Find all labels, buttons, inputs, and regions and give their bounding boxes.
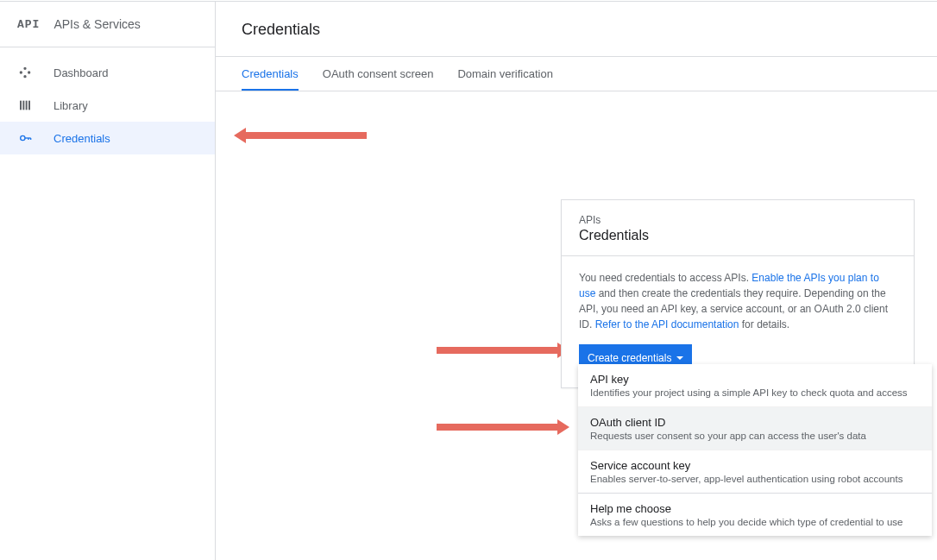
nav-label: Dashboard bbox=[53, 66, 109, 79]
svg-rect-4 bbox=[20, 101, 22, 110]
api-logo: API bbox=[17, 18, 40, 31]
svg-rect-7 bbox=[28, 101, 30, 110]
dropdown-item-service-account-key[interactable]: Service account key Enables server-to-se… bbox=[578, 450, 932, 493]
sidebar-item-dashboard[interactable]: Dashboard bbox=[0, 56, 215, 89]
annotation-arrow-1 bbox=[246, 132, 367, 139]
card-text-prefix: You need credentials to access APIs. bbox=[579, 272, 751, 284]
dropdown-item-desc: Identifies your project using a simple A… bbox=[590, 387, 920, 398]
sidebar-item-credentials[interactable]: Credentials bbox=[0, 122, 215, 154]
dropdown-item-title: API key bbox=[590, 373, 920, 386]
dropdown-item-desc: Requests user consent so your app can ac… bbox=[590, 431, 920, 441]
dropdown-item-oauth-client-id[interactable]: OAuth client ID Requests user consent so… bbox=[578, 406, 932, 450]
annotation-arrow-2 bbox=[437, 347, 557, 354]
svg-point-0 bbox=[20, 72, 22, 73]
create-credentials-dropdown: API key Identifies your project using a … bbox=[578, 364, 932, 536]
tab-domain-verification[interactable]: Domain verification bbox=[457, 57, 553, 91]
library-icon bbox=[17, 98, 33, 113]
content-area: APIs Credentials You need credentials to… bbox=[216, 91, 937, 560]
page-header: Credentials bbox=[216, 2, 937, 57]
tab-oauth-consent[interactable]: OAuth consent screen bbox=[323, 57, 434, 91]
page-title: Credentials bbox=[242, 21, 911, 39]
dropdown-item-title: Help me choose bbox=[590, 502, 920, 515]
card-title: Credentials bbox=[579, 228, 896, 243]
key-icon bbox=[17, 130, 33, 146]
dashboard-icon bbox=[17, 65, 33, 80]
card-text-suffix: for details. bbox=[739, 318, 789, 330]
sidebar-title: APIs & Services bbox=[53, 17, 140, 31]
svg-point-1 bbox=[24, 67, 26, 69]
sidebar-header: API APIs & Services bbox=[0, 2, 215, 47]
credentials-card: APIs Credentials You need credentials to… bbox=[561, 199, 915, 388]
main: Credentials Credentials OAuth consent sc… bbox=[216, 2, 937, 560]
dropdown-item-help-me-choose[interactable]: Help me choose Asks a few questions to h… bbox=[578, 493, 932, 536]
card-header: APIs Credentials bbox=[562, 200, 914, 256]
sidebar: API APIs & Services Dashboard Library bbox=[0, 2, 216, 560]
tabs: Credentials OAuth consent screen Domain … bbox=[216, 57, 937, 91]
annotation-arrow-3 bbox=[437, 424, 557, 431]
svg-point-2 bbox=[28, 72, 30, 73]
nav-label: Credentials bbox=[53, 132, 110, 145]
dropdown-item-title: Service account key bbox=[590, 459, 920, 472]
tab-credentials[interactable]: Credentials bbox=[242, 57, 299, 91]
svg-point-8 bbox=[21, 135, 25, 140]
caret-down-icon bbox=[676, 356, 683, 360]
dropdown-item-title: OAuth client ID bbox=[590, 416, 920, 429]
dropdown-item-desc: Enables server-to-server, app-level auth… bbox=[590, 474, 920, 484]
sidebar-nav: Dashboard Library Credentials bbox=[0, 47, 215, 163]
card-kicker: APIs bbox=[579, 214, 896, 226]
svg-point-3 bbox=[24, 76, 26, 78]
dropdown-item-api-key[interactable]: API key Identifies your project using a … bbox=[578, 364, 932, 406]
sidebar-item-library[interactable]: Library bbox=[0, 89, 215, 122]
api-docs-link[interactable]: Refer to the API documentation bbox=[595, 318, 739, 330]
svg-rect-5 bbox=[22, 101, 24, 110]
dropdown-item-desc: Asks a few questions to help you decide … bbox=[590, 517, 920, 527]
nav-label: Library bbox=[53, 99, 88, 112]
svg-rect-6 bbox=[26, 101, 28, 110]
